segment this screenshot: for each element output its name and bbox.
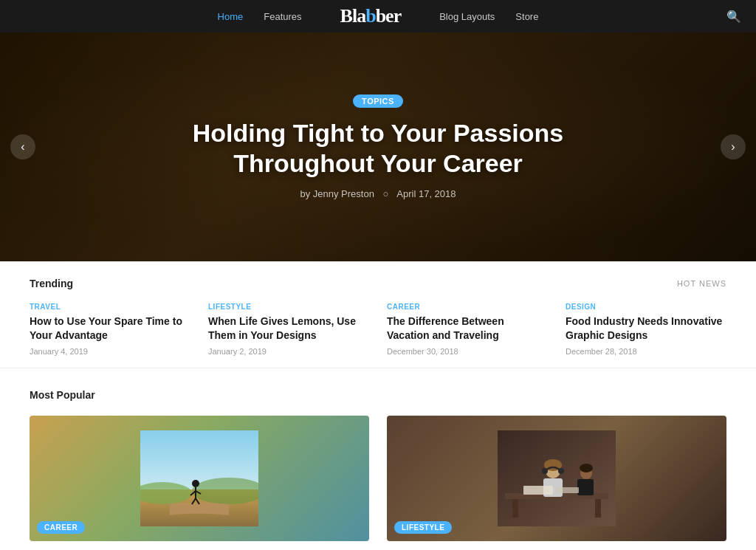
svg-rect-22 <box>523 486 553 495</box>
nav-store[interactable]: Store <box>515 11 538 22</box>
search-icon[interactable]: 🔍 <box>726 10 741 24</box>
popular-card-1: CAREER What Keeps Us Going: Find Your Wa… <box>30 416 369 550</box>
site-logo: Blabber <box>340 5 402 27</box>
trending-item-title-4[interactable]: Food Industry Needs Innovative Graphic D… <box>566 314 726 343</box>
trending-date-2: January 2, 2019 <box>208 347 369 356</box>
svg-rect-13 <box>595 499 601 518</box>
popular-card-2-image[interactable]: LIFESTYLE <box>387 416 726 541</box>
svg-point-4 <box>192 480 199 487</box>
trending-item-4: DESIGN Food Industry Needs Innovative Gr… <box>566 303 726 356</box>
trending-cat-3: CAREER <box>387 303 548 311</box>
hero-title-line2: Throughout Your Career <box>233 149 523 177</box>
trending-date-1: January 4, 2019 <box>30 347 190 356</box>
svg-point-18 <box>580 464 593 472</box>
trending-cat-1: TRAVEL <box>30 303 190 311</box>
trending-item-title-1[interactable]: How to Use Your Spare Time to Your Advan… <box>30 314 190 343</box>
popular-card-1-badge[interactable]: CAREER <box>37 521 85 534</box>
hero-separator: ○ <box>383 188 389 199</box>
nav-links: Home Features Blabber Blog Layouts Store <box>218 5 539 27</box>
hero-badge[interactable]: TOPICS <box>353 94 403 108</box>
running-illustration <box>140 430 258 526</box>
nav-blog-layouts[interactable]: Blog Layouts <box>439 11 495 22</box>
trending-item-title-2[interactable]: When Life Gives Lemons, Use Them in Your… <box>208 314 369 343</box>
hero-content: TOPICS Holding Tight to Your Passions Th… <box>163 94 593 200</box>
trending-cat-2: LIFESTYLE <box>208 303 369 311</box>
popular-section: Most Popular <box>0 368 756 550</box>
hero-next-button[interactable]: › <box>721 134 746 159</box>
nav-home[interactable]: Home <box>218 11 244 22</box>
nav-features[interactable]: Features <box>264 11 301 22</box>
trending-item-title-3[interactable]: The Difference Between Vacation and Trav… <box>387 314 548 343</box>
popular-title: Most Popular <box>30 389 726 401</box>
trending-item-2: LIFESTYLE When Life Gives Lemons, Use Th… <box>208 303 369 356</box>
hero-title: Holding Tight to Your Passions Throughou… <box>193 118 563 179</box>
hero-date: April 17, 2018 <box>396 188 456 199</box>
hero-author: by Jenny Preston <box>300 188 374 199</box>
popular-card-1-image[interactable]: CAREER <box>30 416 369 541</box>
navigation: Home Features Blabber Blog Layouts Store… <box>0 0 756 32</box>
hero-title-line1: Holding Tight to Your Passions <box>193 119 563 147</box>
trending-grid: TRAVEL How to Use Your Spare Time to You… <box>30 303 726 356</box>
popular-card-2: LIFESTYLE There Is No Way People Can Tak… <box>387 416 726 550</box>
svg-point-21 <box>558 468 564 474</box>
svg-rect-19 <box>577 479 594 495</box>
trending-header: Trending HOT NEWS <box>30 278 726 289</box>
workshop-illustration <box>498 430 616 526</box>
svg-point-20 <box>542 468 548 474</box>
trending-section: Trending HOT NEWS TRAVEL How to Use Your… <box>0 261 756 368</box>
hero-prev-button[interactable]: ‹ <box>10 134 35 159</box>
popular-card-2-badge[interactable]: LIFESTYLE <box>394 521 452 534</box>
hero-meta: by Jenny Preston ○ April 17, 2018 <box>193 188 563 199</box>
trending-date-4: December 28, 2018 <box>566 347 726 356</box>
trending-title: Trending <box>30 278 73 289</box>
trending-item-1: TRAVEL How to Use Your Spare Time to You… <box>30 303 190 356</box>
hot-news-label: HOT NEWS <box>677 279 726 288</box>
svg-rect-12 <box>512 499 518 518</box>
hero-section: ‹ TOPICS Holding Tight to Your Passions … <box>0 32 756 261</box>
trending-date-3: December 30, 2018 <box>387 347 548 356</box>
trending-item-3: CAREER The Difference Between Vacation a… <box>387 303 548 356</box>
popular-grid: CAREER What Keeps Us Going: Find Your Wa… <box>30 416 726 550</box>
svg-rect-23 <box>557 487 579 493</box>
trending-cat-4: DESIGN <box>566 303 726 311</box>
